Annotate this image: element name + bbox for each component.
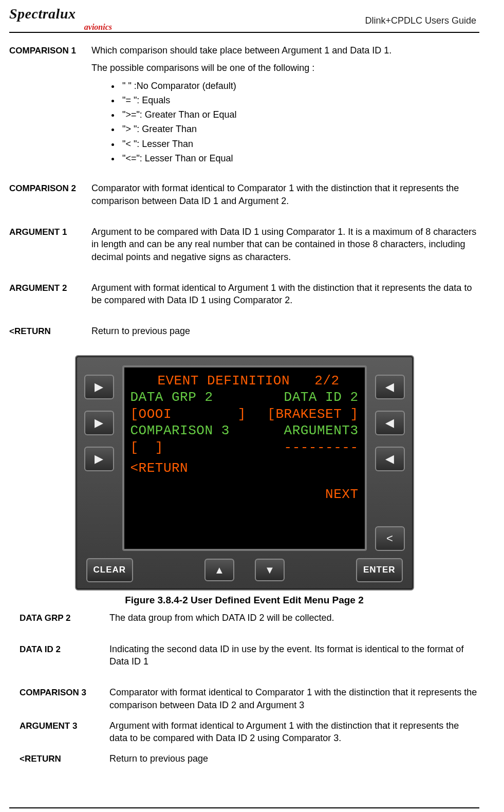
lsk-1-left[interactable]: ▶ bbox=[84, 375, 114, 399]
rsk-3-right[interactable]: ◀ bbox=[375, 447, 405, 471]
label-argument-3: ARGUMENT3 bbox=[284, 422, 359, 439]
comp1-para2: The possible comparisons will be one of … bbox=[91, 62, 479, 74]
list-item: "= ": Equals bbox=[120, 94, 479, 106]
definition-row: ARGUMENT 1 Argument to be compared with … bbox=[9, 226, 479, 268]
guide-title: Dlink+CPDLC Users Guide bbox=[365, 14, 479, 29]
term-comparison-1: COMPARISON 1 bbox=[9, 44, 91, 57]
text: Return to previous page bbox=[91, 325, 479, 337]
text: Argument with format identical to Argume… bbox=[91, 282, 479, 307]
text: Comparator with format identical to Comp… bbox=[91, 182, 479, 207]
text: Return to previous page bbox=[109, 752, 479, 765]
comp1-para1: Which comparison should take place betwe… bbox=[91, 44, 479, 57]
rsk-next[interactable]: < bbox=[375, 526, 405, 551]
list-item: " " :No Comparator (default) bbox=[120, 80, 479, 92]
display-screen: EVENT DEFINITION 2/2 DATA GRP 2DATA ID 2… bbox=[122, 365, 367, 551]
term-data-id-2: DATA ID 2 bbox=[20, 643, 109, 656]
page-header: Spectralux avionics Dlink+CPDLC Users Gu… bbox=[9, 4, 479, 31]
term-argument-2: ARGUMENT 2 bbox=[9, 282, 91, 294]
field-brakeset: [BRAKESET ] bbox=[267, 406, 358, 423]
body-data-id-2: Indicating the second data ID in use by … bbox=[109, 643, 479, 673]
label-comparison-3: COMPARISON 3 bbox=[130, 422, 230, 439]
label-data-id-2: DATA ID 2 bbox=[284, 389, 359, 406]
body-comparison-1: Which comparison should take place betwe… bbox=[91, 44, 479, 169]
definition-row: COMPARISON 1 Which comparison should tak… bbox=[9, 44, 479, 169]
body-comparison-2: Comparator with format identical to Comp… bbox=[91, 182, 479, 212]
footer-rule bbox=[9, 807, 479, 808]
list-item: "<=": Lesser Than or Equal bbox=[120, 152, 479, 164]
field-argument-value: --------- bbox=[284, 439, 359, 456]
definition-row: <RETURN Return to previous page bbox=[20, 752, 479, 770]
definition-row: <RETURN Return to previous page bbox=[9, 325, 479, 342]
clear-button[interactable]: CLEAR bbox=[86, 558, 134, 582]
text: Indicating the second data ID in use by … bbox=[109, 643, 479, 668]
body-comparison-3: Comparator with format identical to Comp… bbox=[109, 686, 479, 716]
term-comparison-2: COMPARISON 2 bbox=[9, 182, 91, 195]
left-side-keys: ▶ ▶ ▶ bbox=[84, 365, 117, 551]
definitions-section-2: DATA GRP 2 The data group from which DAT… bbox=[9, 612, 479, 773]
right-side-keys: ◀ ◀ ◀ < bbox=[372, 365, 405, 551]
label-data-grp-2: DATA GRP 2 bbox=[130, 389, 213, 406]
definition-row: ARGUMENT 3 Argument with format identica… bbox=[20, 719, 479, 750]
term-return: <RETURN bbox=[9, 325, 91, 338]
definition-row: ARGUMENT 2 Argument with format identica… bbox=[9, 282, 479, 312]
text: Argument to be compared with Data ID 1 u… bbox=[91, 226, 479, 263]
screen-next: NEXT bbox=[325, 486, 358, 503]
definition-row: COMPARISON 3 Comparator with format iden… bbox=[20, 686, 479, 716]
body-return: Return to previous page bbox=[91, 325, 479, 342]
text: Comparator with format identical to Comp… bbox=[109, 686, 479, 711]
brand-logo: Spectralux avionics bbox=[9, 4, 117, 29]
device-middle-row: ▶ ▶ ▶ EVENT DEFINITION 2/2 DATA GRP 2DAT… bbox=[84, 365, 405, 551]
up-key[interactable]: ▲ bbox=[204, 559, 234, 581]
down-key[interactable]: ▼ bbox=[255, 559, 285, 581]
body-argument-3: Argument with format identical to Argume… bbox=[109, 719, 479, 750]
definition-row: DATA ID 2 Indicating the second data ID … bbox=[20, 643, 479, 673]
comp1-list: " " :No Comparator (default) "= ": Equal… bbox=[120, 80, 479, 165]
screen-title: EVENT DEFINITION 2/2 bbox=[130, 373, 359, 390]
list-item: "> ": Greater Than bbox=[120, 123, 479, 135]
field-comparison-value: [ ] bbox=[130, 439, 163, 456]
body-argument-2: Argument with format identical to Argume… bbox=[91, 282, 479, 312]
definition-row: COMPARISON 2 Comparator with format iden… bbox=[9, 182, 479, 212]
text: Argument with format identical to Argume… bbox=[109, 719, 479, 745]
rsk-1-right[interactable]: ◀ bbox=[375, 375, 405, 399]
body-argument-1: Argument to be compared with Data ID 1 u… bbox=[91, 226, 479, 268]
term-comparison-3: COMPARISON 3 bbox=[20, 686, 109, 699]
definitions-section-1: COMPARISON 1 Which comparison should tak… bbox=[9, 44, 479, 346]
list-item: ">=": Greater Than or Equal bbox=[120, 108, 479, 121]
list-item: "< ": Lesser Than bbox=[120, 138, 479, 150]
figure-caption: Figure 3.8.4-2 User Defined Event Edit M… bbox=[125, 594, 364, 607]
screen-return: <RETURN bbox=[130, 460, 189, 477]
enter-button[interactable]: ENTER bbox=[356, 558, 403, 582]
rsk-2-right[interactable]: ◀ bbox=[375, 411, 405, 435]
term-return-2: <RETURN bbox=[20, 752, 109, 765]
lsk-2-left[interactable]: ▶ bbox=[84, 411, 114, 435]
definition-row: DATA GRP 2 The data group from which DAT… bbox=[20, 612, 479, 629]
center-keys: ▲ ▼ bbox=[204, 559, 285, 581]
device-bottom-row: CLEAR ▲ ▼ ENTER bbox=[84, 558, 405, 582]
text: The data group from which DATA ID 2 will… bbox=[109, 612, 479, 624]
body-return-2: Return to previous page bbox=[109, 752, 479, 770]
lsk-3-left[interactable]: ▶ bbox=[84, 447, 114, 471]
device-bezel: ▶ ▶ ▶ EVENT DEFINITION 2/2 DATA GRP 2DAT… bbox=[75, 355, 414, 590]
term-argument-3: ARGUMENT 3 bbox=[20, 719, 109, 732]
logo-main-text: Spectralux bbox=[9, 4, 117, 24]
term-argument-1: ARGUMENT 1 bbox=[9, 226, 91, 238]
term-data-grp-2: DATA GRP 2 bbox=[20, 612, 109, 624]
figure-wrap: ▶ ▶ ▶ EVENT DEFINITION 2/2 DATA GRP 2DAT… bbox=[9, 355, 479, 607]
field-oooi: [OOOI ] bbox=[130, 406, 246, 423]
body-data-grp-2: The data group from which DATA ID 2 will… bbox=[109, 612, 479, 629]
